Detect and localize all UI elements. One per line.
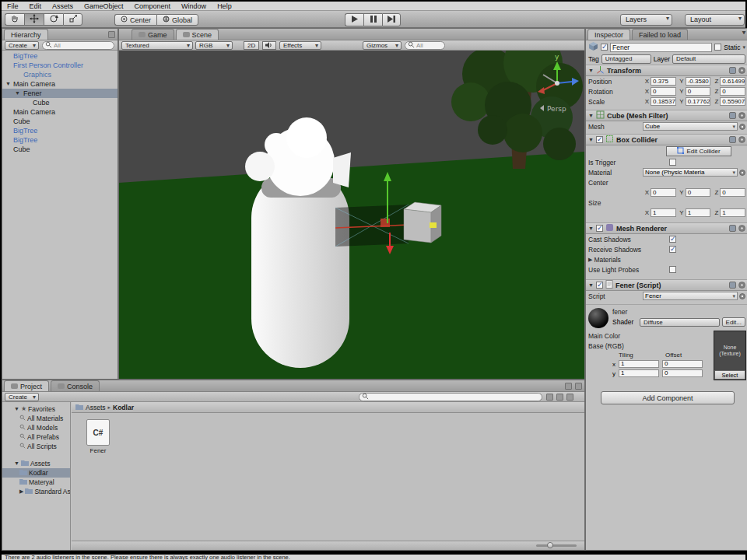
- size-x-field[interactable]: 1: [651, 208, 676, 217]
- menu-gameobject[interactable]: GameObject: [79, 2, 129, 10]
- layers-dropdown[interactable]: Layers: [620, 14, 672, 26]
- menu-edit[interactable]: Edit: [24, 2, 47, 10]
- zoom-slider-knob[interactable]: [547, 542, 553, 548]
- project-files-area[interactable]: C# Fener: [72, 413, 584, 541]
- breadcrumb-current[interactable]: Kodlar: [113, 404, 134, 411]
- box-collider-header[interactable]: ▼ Box Collider: [586, 134, 747, 145]
- gear-icon[interactable]: [738, 67, 745, 74]
- static-dropdown-icon[interactable]: ▾: [742, 44, 745, 51]
- scale-x-field[interactable]: 0.18537: [651, 97, 676, 106]
- pause-button[interactable]: [363, 13, 382, 26]
- tab-console[interactable]: Console: [51, 380, 100, 391]
- project-search[interactable]: [359, 393, 542, 401]
- object-picker-icon[interactable]: [739, 170, 745, 176]
- foldout-icon[interactable]: ▼: [588, 282, 594, 288]
- mesh-object-field[interactable]: Cube: [643, 122, 738, 131]
- mesh-renderer-enabled-checkbox[interactable]: [596, 225, 603, 232]
- hidden-packages-icon[interactable]: [556, 394, 563, 401]
- folder-item-selected[interactable]: Kodlar: [2, 468, 70, 478]
- help-icon[interactable]: [729, 67, 736, 74]
- foldout-icon[interactable]: ▼: [15, 89, 20, 98]
- size-y-field[interactable]: 1: [686, 208, 711, 217]
- favorites-item[interactable]: All Models: [2, 423, 70, 432]
- assets-root[interactable]: ▼Assets: [2, 459, 70, 468]
- gear-icon[interactable]: [738, 225, 745, 232]
- physic-material-field[interactable]: None (Physic Materia: [643, 168, 738, 177]
- tab-inspector[interactable]: Inspector: [587, 29, 630, 40]
- panel-menu-icon[interactable]: [108, 31, 115, 38]
- foldout-icon[interactable]: ▼: [588, 113, 594, 118]
- foldout-icon[interactable]: ▼: [588, 68, 594, 73]
- foldout-icon[interactable]: ▼: [588, 137, 594, 142]
- scale-z-field[interactable]: 0.55907: [720, 97, 745, 106]
- object-picker-icon[interactable]: [739, 293, 745, 299]
- tab-scene[interactable]: Scene: [176, 29, 219, 40]
- favorites-item[interactable]: All Prefabs: [2, 432, 70, 442]
- shader-edit-button[interactable]: Edit...: [722, 317, 745, 327]
- center-pivot-button[interactable]: Center: [114, 14, 156, 26]
- global-pivot-button[interactable]: Global: [156, 14, 198, 26]
- hierarchy-item[interactable]: ▼Main Camera: [2, 79, 117, 89]
- position-x-field[interactable]: 0.375: [651, 77, 676, 86]
- favorites-root[interactable]: ▼★Favorites: [2, 404, 70, 414]
- hand-tool-button[interactable]: [5, 13, 24, 26]
- gizmos-dropdown[interactable]: Gizmos: [363, 41, 402, 50]
- hierarchy-item[interactable]: Main Camera: [2, 107, 117, 117]
- cast-shadows-checkbox[interactable]: [669, 236, 676, 243]
- menu-assets[interactable]: Assets: [47, 2, 79, 10]
- menu-component[interactable]: Component: [129, 2, 177, 10]
- play-button[interactable]: [345, 13, 363, 26]
- active-checkbox[interactable]: [601, 44, 608, 51]
- hierarchy-search-input[interactable]: [54, 42, 111, 49]
- transform-header[interactable]: ▼ Transform: [586, 65, 747, 76]
- tab-hierarchy[interactable]: Hierarchy: [4, 29, 48, 40]
- offset-y-field[interactable]: 0: [662, 369, 703, 377]
- hierarchy-item[interactable]: Cube: [2, 98, 117, 107]
- foldout-icon[interactable]: ▶: [588, 257, 592, 263]
- move-tool-button[interactable]: [24, 13, 44, 26]
- receive-shadows-checkbox[interactable]: [669, 246, 676, 253]
- center-z-field[interactable]: 0: [720, 188, 745, 197]
- asset-file[interactable]: C# Fener: [82, 419, 114, 454]
- foldout-icon[interactable]: ▼: [5, 79, 11, 89]
- foldout-icon[interactable]: ▼: [14, 404, 19, 414]
- column-view-icon[interactable]: [546, 394, 553, 401]
- hierarchy-create-dropdown[interactable]: Create: [5, 41, 39, 50]
- hierarchy-search[interactable]: [42, 41, 114, 50]
- foldout-icon[interactable]: ▶: [19, 487, 23, 496]
- rotation-y-field[interactable]: 0: [686, 87, 711, 96]
- tiling-y-field[interactable]: 1: [619, 369, 659, 377]
- foldout-icon[interactable]: ▼: [588, 226, 594, 231]
- favorites-item[interactable]: All Materials: [2, 414, 70, 423]
- scene-viewport[interactable]: y Persp: [119, 51, 584, 379]
- foldout-icon[interactable]: ▼: [14, 459, 19, 468]
- persp-label[interactable]: Persp: [547, 105, 566, 113]
- thumbnail-zoom-slider[interactable]: [536, 544, 577, 547]
- folder-item[interactable]: ▶Standard As: [2, 487, 70, 496]
- effects-dropdown[interactable]: Effects: [279, 41, 321, 50]
- project-search-input[interactable]: [370, 394, 539, 401]
- hierarchy-item[interactable]: Cube: [2, 117, 117, 126]
- tiling-x-field[interactable]: 1: [619, 360, 659, 368]
- help-icon[interactable]: [729, 136, 736, 143]
- step-button[interactable]: [382, 13, 401, 26]
- hierarchy-item[interactable]: Cube: [2, 145, 117, 154]
- gameobject-name-field[interactable]: [610, 43, 712, 52]
- status-bar[interactable]: There are 2 audio listeners in the scene…: [2, 555, 745, 560]
- scene-search[interactable]: [405, 41, 445, 50]
- render-channel-dropdown[interactable]: RGB: [195, 41, 233, 50]
- add-component-button[interactable]: Add Component: [601, 391, 735, 404]
- rotation-x-field[interactable]: 0: [651, 87, 676, 96]
- gear-icon[interactable]: [738, 282, 745, 289]
- static-checkbox[interactable]: [714, 44, 721, 51]
- menu-help[interactable]: Help: [212, 2, 237, 10]
- rotate-tool-button[interactable]: [44, 13, 63, 26]
- hierarchy-item-selected[interactable]: ▼Fener: [2, 89, 117, 98]
- texture-slot[interactable]: None(Texture) Select: [714, 331, 746, 380]
- center-y-field[interactable]: 0: [686, 188, 711, 197]
- tab-game[interactable]: Game: [132, 29, 174, 40]
- script-object-field[interactable]: Fener: [643, 292, 738, 300]
- shading-mode-dropdown[interactable]: Textured: [121, 41, 193, 50]
- layout-dropdown[interactable]: Layout: [685, 14, 745, 26]
- position-z-field[interactable]: 0.61499: [720, 77, 745, 86]
